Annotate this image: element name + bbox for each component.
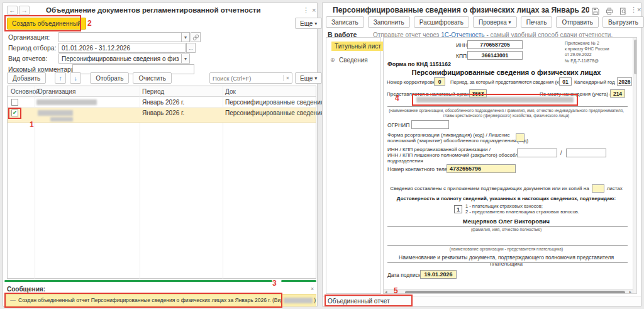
reorg-kpp-field[interactable] [566, 149, 606, 157]
dropdown-icon: ▾ [509, 20, 511, 25]
bottom-bar: Объединенный отчет [323, 296, 641, 306]
dropdown-icon: ▾ [314, 76, 317, 81]
correction-field[interactable]: 0 [434, 77, 445, 86]
place-code-field[interactable]: 214 [610, 89, 625, 98]
innkpp-label: ИНН / КПП реорганизованной организации / [387, 147, 491, 152]
report-type-input[interactable]: Персонифицированные сведения о физически… [58, 53, 182, 64]
signer-caption: (фамилия, имя, отчество полностью) [384, 227, 629, 232]
organization-label: Организация: [8, 33, 50, 41]
desktop: ← → Объединение документов регламентиров… [0, 0, 644, 309]
table-row[interactable]: Январь 2026 г. Персонифицированные сведе… [8, 98, 316, 108]
more-label: Еще [300, 20, 313, 27]
select-button[interactable]: Отобрать [90, 72, 129, 84]
message-bar[interactable]: — Создан объединенный отчет Персонифицир… [6, 294, 316, 306]
nav-item-title-sheet[interactable]: Титульный лист [331, 42, 384, 51]
write-button[interactable]: Записать [326, 16, 364, 28]
signer-underline [387, 226, 628, 227]
dropdown-icon: ▾ [314, 21, 317, 26]
reorg-inn-field[interactable] [517, 149, 557, 157]
back-button[interactable]: ← [7, 6, 18, 15]
organization-redacted [284, 298, 313, 303]
inn-field[interactable]: 7706587205 [467, 40, 523, 49]
search-clear-icon[interactable]: × [283, 75, 292, 81]
tax-authority-label: Представляется в налоговый орган (код) [387, 91, 482, 97]
attach-sheets-field[interactable] [592, 184, 604, 193]
forward-button[interactable]: → [19, 6, 30, 15]
row-checkbox[interactable] [11, 99, 18, 106]
move-down-button[interactable]: ↓ [70, 72, 81, 84]
reorg-code-field[interactable] [516, 133, 525, 142]
confirm-title: Достоверность и полноту сведений, указан… [384, 196, 629, 201]
table-row-selected[interactable]: ✔ Январь 2026 г. Персонифицированные све… [8, 108, 316, 123]
merged-report-tab[interactable]: Объединенный отчет [328, 298, 390, 305]
period-picker-button[interactable]: ... [186, 43, 196, 53]
annotation-1: 1 [30, 120, 34, 129]
sections-panel: Титульный лист ⊕ Сведения [326, 37, 381, 294]
org-caption: (наименование организации, обособленного… [384, 108, 629, 113]
period-code-field[interactable]: 01 [559, 77, 572, 86]
chain-icon [192, 34, 199, 41]
nav-item-info[interactable]: Сведения [339, 57, 368, 64]
sign-date-field[interactable]: 19.01.2026 [420, 270, 457, 279]
close-icon[interactable]: × [312, 6, 316, 14]
messages-close-icon[interactable]: × [311, 286, 314, 292]
expander-icon[interactable]: ⊕ [330, 57, 335, 63]
innkpp-label: ИНН / КПП лишенного полномочий (закрытог… [387, 152, 534, 158]
move-up-button[interactable]: ↑ [55, 72, 66, 84]
column-period[interactable]: Период [142, 88, 164, 95]
more-dots-icon[interactable]: ⋮ [303, 6, 309, 14]
inn-label: ИНН [456, 42, 467, 48]
more-button-top[interactable]: Еще ▾ [295, 18, 322, 29]
period-input[interactable]: 01.01.2026 - 31.12.2026 [58, 43, 186, 53]
annotation-5: 5 [394, 286, 398, 295]
ogrnip-field[interactable] [411, 120, 449, 129]
check-label: Проверка [479, 19, 507, 26]
check-icon: ✔ [13, 110, 18, 116]
send-button[interactable]: Отправить [556, 16, 599, 28]
more-dots-icon[interactable]: ⋮ [630, 6, 637, 14]
decode-button[interactable]: Расшифровать [414, 16, 469, 28]
print-button[interactable]: Печать [521, 16, 553, 28]
progress-bar [281, 280, 316, 282]
create-merged-button[interactable]: Создать объединенный [7, 18, 86, 30]
organization-input[interactable] [58, 32, 182, 42]
progress-bar [4, 280, 272, 282]
reorg-label: Форма реорганизации (ликвидация) (код) /… [387, 132, 510, 138]
export-button[interactable]: Выгрузить [602, 16, 644, 28]
phone-field[interactable]: 4732655796 [447, 164, 516, 173]
fill-button[interactable]: Заполнить [368, 16, 410, 28]
documents-table: Основной Организация Период Док Январь 2… [7, 86, 316, 279]
row-checkbox-checked[interactable]: ✔ [11, 110, 18, 116]
scroll-left-icon[interactable]: ◂ [385, 289, 387, 294]
kpp-field[interactable]: 366143001 [467, 51, 523, 60]
horizontal-scrollbar[interactable]: ◂ ▸ [384, 289, 633, 294]
organization-dropdown-button[interactable]: ▾ [181, 32, 190, 42]
year-field[interactable]: 2026 [617, 77, 632, 86]
rep-underline [387, 245, 628, 246]
report-type-dropdown-button[interactable]: ▾ [181, 53, 190, 64]
clear-button[interactable]: Очистить [133, 72, 172, 84]
column-doc[interactable]: Док [225, 88, 236, 95]
attach-suffix: листах [607, 186, 623, 191]
dropdown-icon: ▾ [184, 35, 187, 40]
column-organization[interactable]: Организация [38, 88, 75, 95]
merge-documents-window: ← → Объединение документов регламентиров… [3, 3, 318, 306]
scroll-right-icon[interactable]: ▸ [629, 289, 631, 294]
add-button[interactable]: Добавить [7, 72, 46, 84]
close-icon[interactable]: × [637, 6, 641, 13]
list-toolbar: Добавить ↑ ↓ Отобрать Очистить [7, 72, 172, 84]
list-more-button[interactable]: Еще ▾ [295, 72, 322, 84]
scrollbar-thumb[interactable] [405, 291, 625, 295]
search-input[interactable] [210, 75, 283, 82]
check-button[interactable]: Проверка ▾ [473, 16, 517, 28]
vertical-scrollbar[interactable] [633, 38, 637, 294]
signer-code-field[interactable]: 1 [454, 205, 462, 213]
period-label: Период отбора: [8, 44, 57, 52]
report-type-label: Вид отчетов: [8, 55, 47, 62]
scrollbar-thumb[interactable] [634, 40, 637, 74]
organization-open-button[interactable] [191, 32, 201, 42]
annotation-3: 3 [272, 279, 277, 288]
appendix-note: Приложение № 2 к приказу ФНС России от 2… [565, 40, 630, 64]
row-period: Январь 2026 г. [142, 110, 184, 116]
reorg-label: полномочий (закрытие) обособленного подр… [387, 138, 528, 143]
